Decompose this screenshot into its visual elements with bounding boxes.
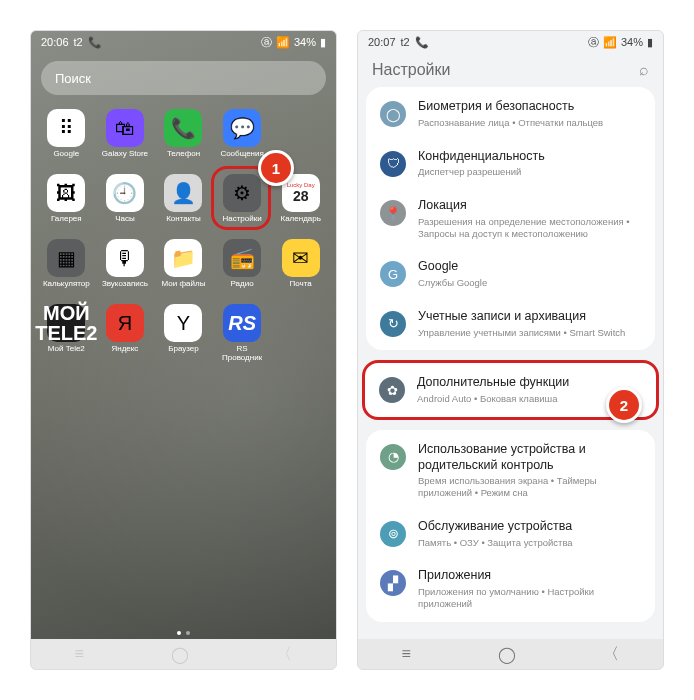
callout-1: 1	[258, 150, 294, 186]
app-label: Календарь	[280, 215, 320, 233]
row-subtitle: Распознавание лица • Отпечатки пальцев	[418, 117, 641, 129]
row-icon: ▞	[380, 570, 406, 596]
settings-list: ◯Биометрия и безопасностьРаспознавание л…	[358, 87, 663, 639]
app-label: Телефон	[167, 150, 200, 168]
nav-recent-icon[interactable]: ≡	[402, 645, 411, 663]
app-icon: ▦	[47, 239, 85, 277]
nav-bar: ≡ ◯ 〈	[358, 639, 663, 669]
app-часы[interactable]: 🕘Часы	[98, 174, 153, 233]
nav-back-icon[interactable]: 〈	[603, 644, 619, 665]
app-калькулятор[interactable]: ▦Калькулятор	[39, 239, 94, 298]
search-icon[interactable]: ⌕	[639, 61, 649, 79]
row-icon: ↻	[380, 311, 406, 337]
app-настройки[interactable]: ⚙Настройки	[215, 174, 270, 233]
app-галерея[interactable]: 🖼Галерея	[39, 174, 94, 233]
nav-bar: ≡ ◯ 〈	[31, 639, 336, 669]
app-grid: ⠿Google🛍Galaxy Store📞Телефон💬Сообщения🖼Г…	[31, 103, 336, 369]
clock: 20:07	[368, 36, 396, 48]
app-label: Браузер	[168, 345, 199, 363]
app-контакты[interactable]: 👤Контакты	[156, 174, 211, 233]
app-icon: 📻	[223, 239, 261, 277]
settings-row-google[interactable]: GGoogleСлужбы Google	[366, 249, 655, 299]
settings-card: ◔Использование устройства и родительский…	[366, 430, 655, 622]
row-icon: G	[380, 261, 406, 287]
row-title: Google	[418, 259, 641, 275]
row-subtitle: Управление учетными записями • Smart Swi…	[418, 327, 641, 339]
app-icon: 🛍	[106, 109, 144, 147]
settings-row-биометрия[interactable]: ◯Биометрия и безопасностьРаспознавание л…	[366, 89, 655, 139]
settings-row-использование[interactable]: ◔Использование устройства и родительский…	[366, 432, 655, 509]
right-phone-settings: 20:07 t2 📞 ⓐ📶34%▮ Настройки ⌕ ◯Биометрия…	[357, 30, 664, 670]
app-телефон[interactable]: 📞Телефон	[156, 109, 211, 168]
nav-back-icon[interactable]: 〈	[276, 644, 292, 665]
app-icon: ⚙	[223, 174, 261, 212]
row-title: Дополнительные функции	[417, 375, 642, 391]
settings-header: Настройки ⌕	[358, 53, 663, 87]
app-icon: 🎙	[106, 239, 144, 277]
app-label: Яндекс	[111, 345, 138, 363]
app-label: Контакты	[166, 215, 201, 233]
app-label: Мой Tele2	[48, 345, 85, 363]
app-rs\nпроводник[interactable]: RSRS Проводник	[215, 304, 270, 363]
app-радио[interactable]: 📻Радио	[215, 239, 270, 298]
app-label: RS Проводник	[222, 345, 262, 363]
app-icon: 📞	[164, 109, 202, 147]
row-icon: ✿	[379, 377, 405, 403]
app-icon: 🖼	[47, 174, 85, 212]
row-subtitle: Память • ОЗУ • Защита устройства	[418, 537, 641, 549]
settings-row-учетные[interactable]: ↻Учетные записи и архивацияУправление уч…	[366, 299, 655, 349]
app-icon: ⠿	[47, 109, 85, 147]
row-subtitle: Время использования экрана • Таймеры при…	[418, 475, 641, 499]
row-title: Конфиденциальность	[418, 149, 641, 165]
status-bar: 20:07 t2 📞 ⓐ📶34%▮	[358, 31, 663, 53]
nav-recent-icon[interactable]: ≡	[75, 645, 84, 663]
app-яндекс[interactable]: ЯЯндекс	[98, 304, 153, 363]
app-label: Мои файлы	[162, 280, 206, 298]
callout-2: 2	[606, 387, 642, 423]
app-label: Galaxy Store	[102, 150, 148, 168]
app-icon: Я	[106, 304, 144, 342]
settings-row-обслуживание[interactable]: ⊚Обслуживание устройстваПамять • ОЗУ • З…	[366, 509, 655, 559]
app-label: Радио	[231, 280, 254, 298]
nav-home-icon[interactable]: ◯	[498, 645, 516, 664]
app-label: Звукозапись	[102, 280, 148, 298]
row-title: Локация	[418, 198, 641, 214]
app-label: Почта	[290, 280, 312, 298]
row-title: Приложения	[418, 568, 641, 584]
row-subtitle: Диспетчер разрешений	[418, 166, 641, 178]
settings-row-приложения[interactable]: ▞ПриложенияПриложения по умолчанию • Нас…	[366, 558, 655, 619]
row-subtitle: Приложения по умолчанию • Настройки прил…	[418, 586, 641, 610]
app-label: Настройки	[222, 215, 261, 233]
settings-row-локация[interactable]: 📍ЛокацияРазрешения на определение местоп…	[366, 188, 655, 249]
app-icon: 💬	[223, 109, 261, 147]
row-title: Учетные записи и архивация	[418, 309, 641, 325]
app-galaxy-store[interactable]: 🛍Galaxy Store	[98, 109, 153, 168]
settings-row-конфиденциальность[interactable]: 🛡КонфиденциальностьДиспетчер разрешений	[366, 139, 655, 189]
row-title: Обслуживание устройства	[418, 519, 641, 535]
row-icon: ◔	[380, 444, 406, 470]
page-title: Настройки	[372, 61, 450, 79]
nav-home-icon[interactable]: ◯	[171, 645, 189, 664]
app-icon: 👤	[164, 174, 202, 212]
settings-card: ◯Биометрия и безопасностьРаспознавание л…	[366, 87, 655, 350]
app-label: Часы	[115, 215, 135, 233]
app-google[interactable]: ⠿Google	[39, 109, 94, 168]
app-звукозапись[interactable]: 🎙Звукозапись	[98, 239, 153, 298]
app-мой-tele2[interactable]: МОЙ TELE2Мой Tele2	[39, 304, 94, 363]
app-icon: МОЙ TELE2	[47, 304, 85, 342]
app-мои-файлы[interactable]: 📁Мои файлы	[156, 239, 211, 298]
app-label: Галерея	[51, 215, 82, 233]
app-icon: RS	[223, 304, 261, 342]
row-icon: ⊚	[380, 521, 406, 547]
row-title: Использование устройства и родительский …	[418, 442, 641, 473]
app-empty	[273, 304, 328, 363]
row-icon: ◯	[380, 101, 406, 127]
app-icon: ✉	[282, 239, 320, 277]
row-subtitle: Службы Google	[418, 277, 641, 289]
page-dots	[31, 627, 336, 639]
left-phone-home: 20:06 t2 📞 ⓐ📶34%▮ Поиск ⠿Google🛍Galaxy S…	[30, 30, 337, 670]
app-label: Google	[53, 150, 79, 168]
app-icon: 📁	[164, 239, 202, 277]
app-почта[interactable]: ✉Почта	[273, 239, 328, 298]
app-браузер[interactable]: YБраузер	[156, 304, 211, 363]
